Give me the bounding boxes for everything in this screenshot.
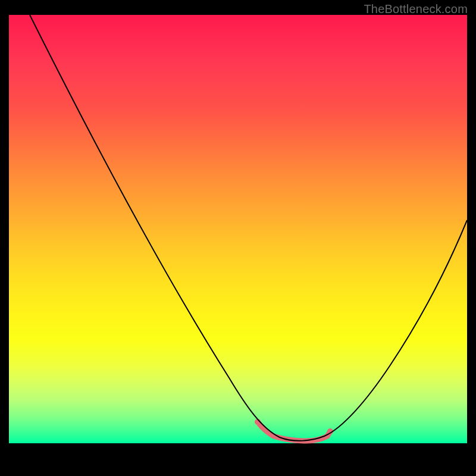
watermark-text: TheBottleneck.com: [364, 2, 468, 16]
bottleneck-curve: [30, 15, 467, 441]
chart-container: TheBottleneck.com: [0, 0, 476, 476]
chart-svg: [9, 15, 467, 443]
